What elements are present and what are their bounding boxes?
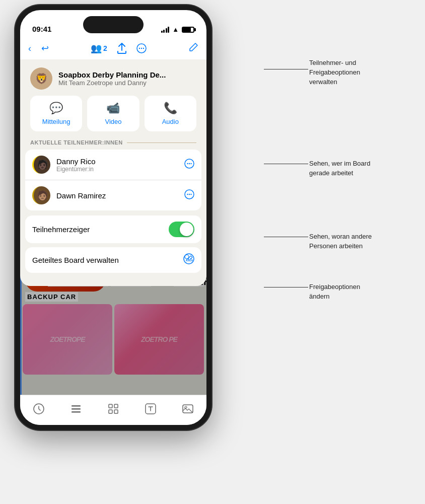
mitteilung-label: Mitteilung <box>42 118 70 125</box>
panel-header: 🦁 Soapbox Derby Planning De... Mit Team … <box>20 59 206 96</box>
participant-row-dawn: 🧑🏽 Dawn Ramirez <box>25 180 201 210</box>
manage-icon <box>183 253 194 267</box>
participants-count: 2 <box>103 44 107 52</box>
annotation-3-text: Sehen, woran anderePersonen arbeiten <box>309 233 372 250</box>
svg-rect-14 <box>72 405 81 407</box>
board-avatar: 🦁 <box>30 67 52 90</box>
svg-rect-16 <box>72 411 81 413</box>
video-icon: 📹 <box>106 102 120 115</box>
nav-layers[interactable] <box>102 399 124 421</box>
participant-info-danny: Danny Rico Eigentümer:in <box>56 157 178 173</box>
back-button[interactable]: ‹ <box>28 43 31 54</box>
audio-label: Audio <box>162 118 179 125</box>
status-time: 09:41 <box>32 25 51 33</box>
annotation-4-line <box>264 287 308 287</box>
manage-row[interactable]: Geteiltes Board verwalten <box>25 247 201 273</box>
section-header-label: AKTUELLE TEILNEHMER:INNEN <box>30 139 123 146</box>
board-subtitle: Mit Team Zoetrope und Danny <box>58 79 196 87</box>
participants-button[interactable]: 👥 2 <box>91 43 107 54</box>
svg-point-1 <box>139 48 140 49</box>
toolbar-center: 👥 2 <box>91 43 147 54</box>
svg-point-9 <box>187 193 188 194</box>
participant-name-danny: Danny Rico <box>56 157 178 166</box>
mitteilung-button[interactable]: 💬 Mitteilung <box>30 96 82 131</box>
participant-info-dawn: Dawn Ramirez <box>56 191 178 200</box>
annotation-1-text: Teilnehmer- undFreigabeoptionenverwalten <box>309 59 360 86</box>
annotation-1: Teilnehmer- undFreigabeoptionenverwalten <box>309 58 420 87</box>
svg-rect-19 <box>109 410 112 413</box>
svg-rect-17 <box>109 404 112 408</box>
participants-list: 🧑🏿 Danny Rico Eigentümer:in <box>25 150 201 210</box>
layers-icon <box>107 403 119 418</box>
toggle-knob <box>180 223 193 236</box>
svg-point-10 <box>189 193 190 194</box>
more-button[interactable] <box>136 43 147 53</box>
action-buttons: 💬 Mitteilung 📹 Video 📞 Audio <box>20 96 206 137</box>
toggle-label: Teilnehmerzeiger <box>32 225 90 234</box>
participant-row-danny: 🧑🏿 Danny Rico Eigentümer:in <box>25 150 201 180</box>
dynamic-island <box>83 16 144 33</box>
svg-point-23 <box>185 406 187 408</box>
signal-icon <box>161 27 170 33</box>
objects-icon <box>70 403 82 418</box>
toolbar-left: ‹ ↩ <box>28 43 49 54</box>
tool-icon <box>33 403 45 418</box>
nav-objects[interactable] <box>65 399 87 421</box>
video-button[interactable]: 📹 Video <box>87 96 139 131</box>
toolbar: ‹ ↩ 👥 2 <box>20 37 206 59</box>
annotation-2: Sehen, wer im Boardgerade arbeitet <box>309 159 420 178</box>
svg-point-6 <box>189 163 190 164</box>
status-icons: ▲ <box>161 26 194 33</box>
board-info: Soapbox Derby Planning De... Mit Team Zo… <box>58 70 196 87</box>
video-label: Video <box>105 118 121 125</box>
text-icon <box>145 403 157 418</box>
canvas-area[interactable]: Mh The key toas still nthe Wameupcycle..… <box>20 59 206 395</box>
audio-button[interactable]: 📞 Audio <box>145 96 196 131</box>
message-icon: 💬 <box>49 102 63 115</box>
participant-more-danny[interactable] <box>184 159 194 171</box>
undo-button[interactable]: ↩ <box>41 43 49 54</box>
nav-text[interactable] <box>139 399 162 421</box>
participant-role-danny: Eigentümer:in <box>56 166 178 173</box>
annotation-4-text: Freigabeoptionenändern <box>309 283 360 300</box>
annotation-3-line <box>264 237 308 237</box>
avatar-dawn: 🧑🏽 <box>32 186 50 204</box>
battery-icon <box>182 27 194 33</box>
toggle-section: Teilnehmerzeiger <box>25 215 201 243</box>
teilnehmerzeiger-toggle[interactable] <box>169 222 194 237</box>
annotation-1-line <box>264 69 308 69</box>
toolbar-right <box>188 42 198 55</box>
svg-point-2 <box>141 48 142 49</box>
bottom-nav <box>20 395 206 425</box>
nav-tool[interactable] <box>28 399 50 421</box>
teilnehmerzeiger-row: Teilnehmerzeiger <box>25 215 201 243</box>
annotation-3: Sehen, woran anderePersonen arbeiten <box>309 232 420 251</box>
media-icon <box>182 403 194 418</box>
svg-point-11 <box>190 193 191 194</box>
svg-rect-20 <box>114 410 118 413</box>
participant-more-dawn[interactable] <box>184 189 194 202</box>
svg-point-3 <box>143 48 144 49</box>
participant-name-dawn: Dawn Ramirez <box>56 191 178 200</box>
annotation-4: Freigabeoptionenändern <box>309 282 420 301</box>
manage-label: Geteiltes Board verwalten <box>32 256 119 264</box>
phone-frame: 09:41 ▲ ‹ ↩ 👥 2 <box>15 5 211 430</box>
svg-point-7 <box>190 163 191 164</box>
wifi-icon: ▲ <box>172 26 179 33</box>
edit-button[interactable] <box>188 42 198 55</box>
svg-point-5 <box>187 163 188 164</box>
svg-rect-18 <box>114 404 118 408</box>
svg-rect-15 <box>72 408 81 410</box>
annotation-2-text: Sehen, wer im Boardgerade arbeitet <box>309 160 370 177</box>
share-panel: 🦁 Soapbox Derby Planning De... Mit Team … <box>20 59 206 286</box>
nav-media[interactable] <box>177 399 199 421</box>
share-button[interactable] <box>117 43 126 54</box>
avatar-danny: 🧑🏿 <box>32 156 50 174</box>
board-title: Soapbox Derby Planning De... <box>58 70 196 79</box>
phone-icon: 📞 <box>164 102 177 115</box>
section-divider: AKTUELLE TEILNEHMER:INNEN <box>20 137 206 150</box>
annotation-2-line <box>264 164 308 164</box>
